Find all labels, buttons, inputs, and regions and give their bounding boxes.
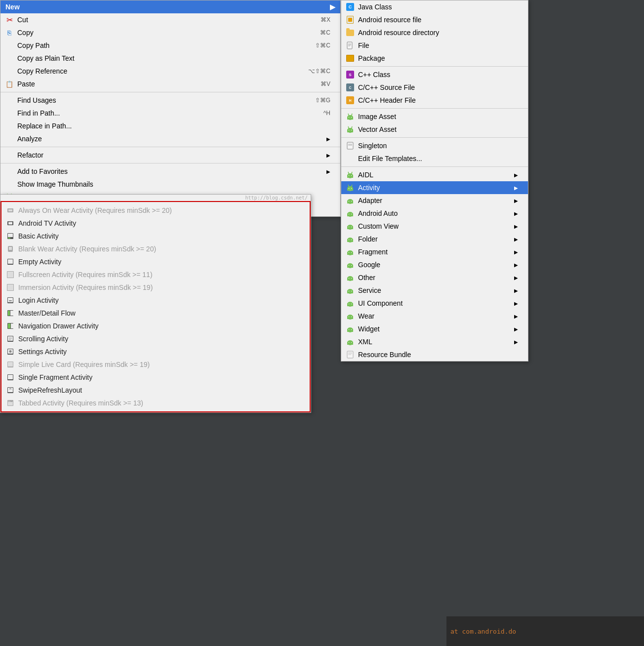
activity-immersion[interactable]: Immersion Activity (Requires minSdk >= 1… [1, 281, 310, 294]
menu-item-show-thumbnails[interactable]: Show Image Thumbnails [0, 178, 340, 191]
menu-item-java-class[interactable]: C Java Class [341, 0, 528, 13]
menu-item-android-resource-file[interactable]: Android resource file [341, 13, 528, 26]
menu-item-replace-path[interactable]: Replace in Path... [0, 120, 340, 132]
singleton-icon [345, 142, 355, 150]
activity-master-detail[interactable]: Master/Detail Flow [1, 307, 310, 320]
menu-item-adapter[interactable]: Adapter ▶ [341, 194, 528, 207]
svg-rect-46 [8, 401, 10, 402]
file-icon [345, 41, 355, 49]
activity-android-tv[interactable]: Android TV Activity [1, 217, 310, 230]
menu-item-cpp-source[interactable]: C C/C++ Source File [341, 81, 528, 94]
menu-header-label: New [5, 3, 20, 11]
activity-basic[interactable]: Basic Activity [1, 230, 310, 242]
activity-settings[interactable]: Settings Activity [1, 345, 310, 358]
copy-plain-icon [4, 54, 14, 62]
svg-rect-22 [8, 298, 13, 302]
aidl-icon [345, 171, 355, 179]
menu-item-find-usages[interactable]: Find Usages ⇧⌘G [0, 94, 340, 107]
menu-item-image-asset[interactable]: Image Asset [341, 110, 528, 123]
svg-point-109 [349, 291, 350, 292]
menu-item-cpp-class[interactable]: S C++ Class [341, 68, 528, 81]
menu-item-paste[interactable]: 📋 Paste ⌘V [0, 78, 340, 90]
gallery-url: http://blog.csdn.net/ [0, 195, 311, 201]
menu-item-package[interactable]: Package [341, 52, 528, 65]
menu-item-google[interactable]: Google ▶ [341, 258, 528, 271]
svg-point-114 [351, 304, 352, 305]
singleton-label: Singleton [358, 142, 518, 150]
widget-arrow: ▶ [514, 326, 518, 332]
activity-icon-14 [5, 386, 15, 394]
menu-item-vector-asset[interactable]: Vector Asset [341, 123, 528, 136]
folder-label: Folder [358, 235, 514, 243]
menu-item-add-favorites[interactable]: Add to Favorites ▶ [0, 165, 340, 178]
svg-rect-124 [347, 342, 353, 345]
menu-item-cpp-header[interactable]: H C/C++ Header File [341, 94, 528, 107]
activity-icon-4 [5, 258, 15, 266]
svg-rect-64 [347, 142, 353, 149]
activity-login[interactable]: Login Activity [1, 294, 310, 307]
find-usages-label: Find Usages [17, 96, 315, 104]
svg-point-118 [351, 317, 352, 318]
menu-item-copy[interactable]: ⎘ Copy ⌘C [0, 26, 340, 39]
menu-item-folder[interactable]: Folder ▶ [341, 233, 528, 245]
activity-fullscreen[interactable]: Fullscreen Activity (Requires minSdk >= … [1, 268, 310, 281]
activity-simple-live[interactable]: Simple Live Card (Requires minSdk >= 19) [1, 358, 310, 371]
activity-icon-2 [5, 232, 15, 240]
activity-empty[interactable]: Empty Activity [1, 255, 310, 268]
menu-item-wear[interactable]: Wear ▶ [341, 310, 528, 323]
menu-item-xml[interactable]: XML ▶ [341, 335, 528, 348]
menu-header-arrow: ▶ [330, 3, 335, 11]
svg-rect-39 [8, 362, 13, 366]
menu-item-resource-bundle[interactable]: Resource Bundle [341, 348, 528, 361]
activity-icon-11 [5, 348, 15, 356]
file-label: File [358, 41, 518, 49]
widget-icon [345, 325, 355, 333]
menu-item-android-auto[interactable]: Android Auto ▶ [341, 207, 528, 220]
activity-blank-wear[interactable]: Blank Wear Activity (Requires minSdk >= … [1, 242, 310, 255]
activity-scrolling[interactable]: Scrolling Activity [1, 332, 310, 345]
activity-tabbed[interactable]: Tabbed Activity (Requires minSdk >= 13) [1, 397, 310, 409]
xml-label: XML [358, 338, 514, 346]
menu-item-custom-view[interactable]: Custom View ▶ [341, 220, 528, 233]
svg-rect-11 [8, 234, 13, 237]
activity-swipe-refresh[interactable]: SwipeRefreshLayout [1, 384, 310, 397]
menu-item-fragment[interactable]: Fragment ▶ [341, 245, 528, 258]
menu-item-analyze[interactable]: Analyze ▶ [0, 132, 340, 145]
copy-ref-shortcut: ⌥⇧⌘C [308, 68, 330, 75]
menu-item-singleton[interactable]: Singleton [341, 139, 528, 152]
svg-rect-108 [347, 290, 353, 293]
svg-rect-26 [10, 311, 13, 316]
menu-item-android-resource-dir[interactable]: Android resource directory [341, 26, 528, 39]
menu-item-service[interactable]: Service ▶ [341, 284, 528, 297]
menu-item-refactor[interactable]: Refactor ▶ [0, 149, 340, 162]
menu-item-copy-path[interactable]: Copy Path ⇧⌘C [0, 39, 340, 52]
menu-item-aidl[interactable]: AIDL ▶ [341, 168, 528, 181]
menu-item-ui-component[interactable]: UI Component ▶ [341, 297, 528, 310]
java-class-label: Java Class [358, 3, 518, 11]
svg-point-78 [351, 188, 352, 189]
edit-templates-label: Edit File Templates... [358, 155, 518, 162]
java-class-icon: C [345, 3, 355, 11]
svg-point-126 [351, 342, 352, 343]
menu-item-copy-plain[interactable]: Copy as Plain Text [0, 52, 340, 65]
activity-nav-drawer[interactable]: Navigation Drawer Activity [1, 320, 310, 332]
menu-item-widget[interactable]: Widget ▶ [341, 323, 528, 335]
context-menu-right: C Java Class Android resource file Andro… [341, 0, 528, 362]
menu-item-find-path[interactable]: Find in Path... ^H [0, 107, 340, 120]
svg-point-125 [349, 342, 350, 343]
android-auto-label: Android Auto [358, 209, 514, 217]
activity-always-on-wear[interactable]: Always On Wear Activity (Requires minSdk… [1, 204, 310, 217]
menu-item-edit-templates[interactable]: Edit File Templates... [341, 152, 528, 165]
xml-arrow: ▶ [514, 339, 518, 345]
menu-item-activity[interactable]: Activity ▶ [341, 181, 528, 194]
svg-point-56 [349, 117, 350, 118]
menu-item-copy-ref[interactable]: Copy Reference ⌥⇧⌘C [0, 65, 340, 78]
menu-item-file[interactable]: File [341, 39, 528, 52]
activity-label-7: Login Activity [18, 296, 300, 304]
menu-item-other[interactable]: Other ▶ [341, 271, 528, 284]
menu-item-cut[interactable]: ✂ Cut ⌘X [0, 13, 340, 26]
activity-single-fragment[interactable]: Single Fragment Activity [1, 371, 310, 384]
activity-icon-10 [5, 335, 15, 343]
replace-path-label: Replace in Path... [17, 122, 330, 130]
svg-point-122 [351, 329, 352, 330]
